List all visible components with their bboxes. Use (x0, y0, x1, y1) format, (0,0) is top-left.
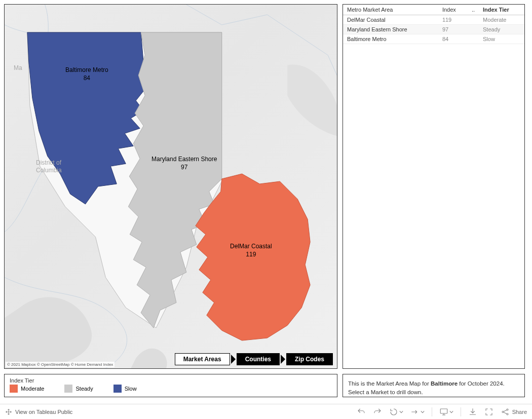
th-tier[interactable]: Index Tier (479, 5, 524, 15)
cell-tier: Slow (479, 34, 524, 44)
region-eastern-shore[interactable] (128, 32, 221, 328)
share-label: Share (512, 409, 527, 415)
data-table-panel: Metro Market Area Index .. Index Tier De… (343, 4, 525, 369)
caret-down-icon (421, 410, 425, 414)
cell-blank (468, 15, 479, 25)
legend-label-moderate: Moderate (21, 386, 44, 392)
legend-item-slow[interactable]: Slow (113, 385, 137, 393)
map-regions-svg (5, 5, 337, 368)
swatch-moderate-icon (10, 385, 18, 393)
data-table[interactable]: Metro Market Area Index .. Index Tier De… (343, 5, 524, 44)
device-dropdown[interactable] (439, 407, 453, 416)
cell-index: 97 (438, 25, 468, 34)
swatch-slow-icon (113, 385, 122, 393)
cell-tier: Moderate (479, 15, 524, 25)
caption-line-2: Select a Market to drill down. (348, 388, 519, 397)
tableau-logo-icon (5, 408, 12, 415)
cell-area: Maryland Eastern Shore (343, 25, 438, 34)
toolbar-divider (432, 407, 432, 416)
cell-blank (468, 25, 479, 34)
view-on-tableau-label: View on Tableau Public (15, 409, 72, 415)
svg-point-13 (502, 411, 504, 412)
table-row[interactable]: Baltimore Metro 84 Slow (343, 34, 524, 44)
toolbar-right: Share (357, 407, 527, 416)
drill-nav: Market Areas Counties Zip Codes (175, 353, 333, 365)
revert-dropdown[interactable] (410, 407, 425, 416)
cell-area: Baltimore Metro (343, 34, 438, 44)
caption-prefix: This is the Market Area Map for (348, 380, 431, 387)
main-layout: Ma District of Columbia Baltimore Metro … (0, 0, 532, 401)
svg-rect-10 (440, 409, 447, 413)
share-button[interactable]: Share (501, 407, 527, 416)
left-column: Ma District of Columbia Baltimore Metro … (4, 4, 337, 397)
legend-item-moderate[interactable]: Moderate (10, 385, 44, 393)
legend-label-slow: Slow (125, 386, 137, 392)
replay-icon (389, 407, 398, 416)
th-blank[interactable]: .. (468, 5, 479, 15)
caret-down-icon (399, 410, 403, 414)
caption-bold: Baltimore (431, 380, 458, 387)
presentation-icon (439, 407, 448, 416)
region-baltimore-metro[interactable] (27, 32, 146, 204)
table-row[interactable]: Maryland Eastern Shore 97 Steady (343, 25, 524, 34)
legend-label-steady: Steady (75, 386, 93, 392)
view-on-tableau[interactable]: View on Tableau Public (5, 408, 72, 415)
revert-icon (410, 407, 420, 416)
svg-line-16 (504, 410, 507, 411)
share-icon (501, 407, 510, 416)
cell-blank (468, 34, 479, 44)
swatch-steady-icon (64, 385, 72, 393)
undo-icon[interactable] (357, 407, 366, 416)
legend-panel: Index Tier Moderate Steady Slow (4, 374, 337, 397)
table-row[interactable]: DelMar Coastal 119 Moderate (343, 15, 524, 25)
nav-market-areas[interactable]: Market Areas (175, 353, 230, 365)
nav-counties[interactable]: Counties (237, 353, 280, 365)
redo-icon[interactable] (373, 407, 382, 416)
legend-item-steady[interactable]: Steady (64, 385, 93, 393)
region-delmar-coastal[interactable] (196, 174, 310, 340)
cell-index: 84 (438, 34, 468, 44)
nav-zip-codes[interactable]: Zip Codes (286, 353, 333, 365)
svg-point-14 (507, 409, 508, 410)
caption-line-1: This is the Market Area Map for Baltimor… (348, 379, 519, 388)
download-icon[interactable] (468, 407, 477, 416)
map-attribution: © 2021 Mapbox © OpenStreetMap © Home Dem… (6, 362, 115, 367)
chevron-right-icon (231, 355, 236, 364)
fullscreen-icon[interactable] (484, 407, 493, 416)
cell-area: DelMar Coastal (343, 15, 438, 25)
replay-dropdown[interactable] (389, 407, 403, 416)
svg-line-17 (504, 412, 507, 413)
legend-title: Index Tier (10, 377, 332, 384)
th-index[interactable]: Index (438, 5, 468, 15)
tableau-toolbar: View on Tableau Public Share (0, 404, 532, 419)
caret-down-icon (449, 410, 453, 414)
right-column: Metro Market Area Index .. Index Tier De… (343, 4, 525, 397)
svg-point-15 (507, 413, 508, 415)
toolbar-divider (461, 407, 461, 416)
th-area[interactable]: Metro Market Area (343, 5, 438, 15)
cell-index: 119 (438, 15, 468, 25)
chevron-right-icon (281, 355, 285, 364)
caption-panel: This is the Market Area Map for Baltimor… (343, 374, 525, 397)
legend-items: Moderate Steady Slow (10, 385, 332, 393)
caption-suffix: for October 2024. (458, 380, 505, 387)
map-panel[interactable]: Ma District of Columbia Baltimore Metro … (4, 4, 337, 369)
cell-tier: Steady (479, 25, 524, 34)
